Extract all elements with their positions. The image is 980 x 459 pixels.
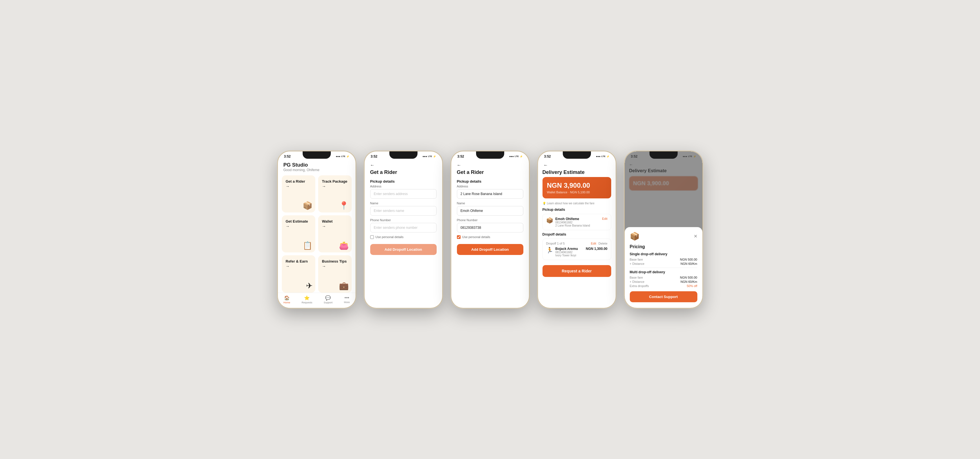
back-button-2[interactable]: ←	[370, 163, 375, 168]
grid-track-package[interactable]: Track Package → 📍	[318, 175, 352, 213]
checkbox-label-3: Use personal details	[462, 235, 490, 239]
section-title-3: Pickup details	[451, 178, 529, 184]
single-base-fare-label: Base fare	[630, 258, 643, 261]
phone-rider-filled: 3:52 ●●● LTE ⚡ ← Get a Rider Pickup deta…	[451, 151, 530, 308]
add-dropoff-button-3[interactable]: Add Dropoff Location	[457, 244, 523, 255]
address-input-2[interactable]	[370, 189, 437, 199]
home-content: PG Studio Good morning, Ohifeme Get a Ri…	[278, 160, 356, 308]
add-dropoff-button-2[interactable]: Add Dropoff Location	[370, 244, 437, 255]
single-base-fare-row: Base fare NGN 500.00	[630, 258, 697, 261]
form-content-2: Address Name Phone Number Use personal d…	[364, 184, 442, 308]
phone-label-3: Phone Number	[457, 218, 523, 222]
estimate-content: NGN 3,900.00 Wallet Balance · NGN 5,100.…	[538, 177, 616, 308]
time-2: 3:52	[371, 154, 377, 159]
address-label-3: Address	[457, 184, 523, 188]
section-title-2: Pickup details	[364, 178, 442, 184]
pickup-phone: 08134961682	[555, 221, 590, 224]
grid-business-tips[interactable]: Business Tips → 💼	[318, 255, 352, 292]
checkbox-row-3: Use personal details	[457, 235, 523, 239]
form-content-3: Address Name Phone Number Use personal d…	[451, 184, 529, 308]
modal-overlay[interactable]: 📦 ✕ Pricing Single drop-off delivery Bas…	[625, 151, 702, 308]
grid-wallet[interactable]: Wallet → 👛	[318, 215, 352, 253]
pickup-text: Emoh Ohifeme 08134961682 2 Lane Rose Ban…	[555, 217, 590, 227]
dropoff-edit-button[interactable]: Edit	[591, 242, 596, 245]
grid-track-arrow: →	[322, 184, 348, 189]
nav-requests-label: Requests	[302, 301, 312, 304]
back-button-3[interactable]: ←	[457, 163, 461, 168]
name-input-3[interactable]	[457, 206, 523, 216]
form-title-2: Get a Rider	[370, 170, 437, 175]
time-3: 3:52	[458, 154, 464, 159]
pickup-edit-button[interactable]: Edit	[602, 217, 608, 220]
single-delivery-header: Single drop-off delivery	[630, 252, 697, 256]
wallet-icon: 👛	[339, 241, 349, 250]
form-header-3: ←	[451, 160, 529, 170]
phone-rider-empty: 3:52 ●●● LTE ⚡ ← Get a Rider Pickup deta…	[364, 151, 443, 308]
multi-base-fare-row: Base fare NGN 500.00	[630, 276, 697, 279]
back-button-4[interactable]: ←	[544, 163, 548, 168]
price-card: NGN 3,900.00 Wallet Balance · NGN 5,100.…	[542, 177, 611, 199]
nav-support-label: Support	[324, 301, 333, 304]
nav-requests[interactable]: ⭐ Requests	[302, 295, 312, 304]
grid-get-rider-label: Get a Rider	[286, 179, 311, 184]
dropoff-row: 🏃 Bojack Aremu 08134961682 Ivory Tower I…	[546, 247, 608, 257]
modal-title: Pricing	[630, 244, 697, 249]
phone-home: 3:52 ●●● LTE ⚡ PG Studio Good morning, O…	[277, 151, 356, 308]
requests-nav-icon: ⭐	[304, 295, 310, 300]
grid-refer-earn[interactable]: Refer & Earn → ✈	[282, 255, 315, 292]
personal-details-checkbox-2[interactable]	[370, 235, 374, 239]
learn-row[interactable]: 💡 Learn about how we calculate the fare	[542, 202, 611, 205]
address-input-3[interactable]	[457, 189, 523, 199]
phone-input-3[interactable]	[457, 223, 523, 232]
more-nav-icon: •••	[345, 295, 349, 300]
nav-more[interactable]: ••• More	[344, 295, 350, 304]
support-nav-icon: 💬	[325, 295, 331, 300]
time-4: 3:52	[544, 154, 551, 159]
form-title-4: Delivery Estimate	[542, 170, 611, 175]
time-1: 3:52	[284, 154, 291, 159]
address-group-3: Address	[457, 184, 523, 199]
grid-tips-arrow: →	[322, 264, 348, 268]
learn-text: Learn about how we calculate the fare	[547, 202, 595, 205]
modal-close-button[interactable]: ✕	[694, 233, 697, 239]
signal-4: ●●● LTE ⚡	[596, 155, 609, 158]
single-distance-row: + Distance NGN 60/Km	[630, 262, 697, 265]
pickup-name: Emoh Ohifeme	[555, 217, 590, 221]
bottom-nav: 🏠 Home ⭐ Requests 💬 Support ••• More	[278, 293, 356, 308]
form-title-3: Get a Rider	[457, 170, 523, 175]
personal-details-checkbox-3[interactable]	[457, 235, 461, 239]
grid-get-rider[interactable]: Get a Rider → 📦	[282, 175, 315, 213]
phone-rider-empty-screen: 3:52 ●●● LTE ⚡ ← Get a Rider Pickup deta…	[364, 151, 442, 308]
dropoff-delete-button[interactable]: Delete	[598, 242, 608, 245]
name-label-3: Name	[457, 202, 523, 205]
dropoff-name: Bojack Aremu	[555, 247, 578, 251]
pickup-section-header: Pickup details	[542, 208, 611, 212]
name-input-2[interactable]	[370, 206, 437, 216]
refer-icon: ✈	[306, 281, 312, 291]
grid-wallet-label: Wallet	[322, 219, 348, 224]
modal-package-icon: 📦	[630, 232, 640, 241]
dropoff-address: Ivory Tower Ikoyi	[555, 254, 578, 257]
phone-estimate-screen: 3:52 ●●● LTE ⚡ ← Delivery Estimate NGN 3…	[538, 151, 616, 308]
phone-input-2[interactable]	[370, 223, 437, 232]
address-label-2: Address	[370, 184, 437, 188]
multi-distance-value: NGN 60/Km	[681, 280, 697, 283]
grid-get-rider-arrow: →	[286, 184, 311, 189]
nav-home[interactable]: 🏠 Home	[283, 295, 290, 304]
estimate-icon: 📋	[303, 241, 312, 250]
signal-3: ●●● LTE ⚡	[509, 155, 523, 158]
request-rider-button[interactable]: Request a Rider	[542, 265, 611, 277]
grid-tips-label: Business Tips	[322, 259, 348, 264]
contact-support-button[interactable]: Contact Support	[630, 291, 697, 302]
home-grid: Get a Rider → 📦 Track Package → 📍	[278, 175, 356, 293]
nav-support[interactable]: 💬 Support	[324, 295, 333, 304]
single-distance-value: NGN 60/Km	[681, 262, 697, 265]
dropoff-section-header: Dropoff details	[542, 232, 611, 237]
pricing-divider	[630, 268, 697, 268]
phones-container: 3:52 ●●● LTE ⚡ PG Studio Good morning, O…	[277, 151, 703, 308]
grid-estimate-label: Get Estimate	[286, 219, 311, 224]
lightbulb-icon: 💡	[542, 202, 546, 205]
dropoff-info: 🏃 Bojack Aremu 08134961682 Ivory Tower I…	[546, 247, 578, 257]
grid-get-estimate[interactable]: Get Estimate → 📋	[282, 215, 315, 253]
phone-estimate-modal: 3:52 ●●● LTE ⚡ ← Delivery Estimate NGN 3…	[624, 151, 703, 308]
